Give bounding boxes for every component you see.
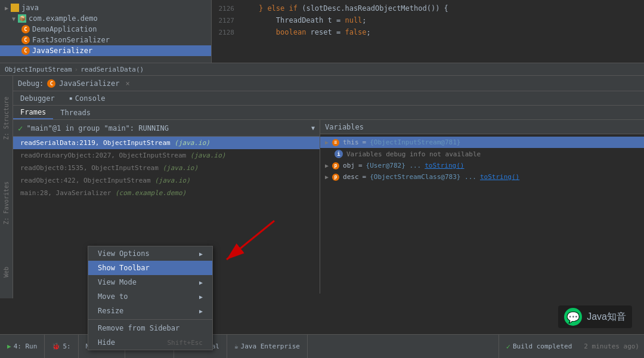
- java-icon-fast: C: [21, 36, 30, 44]
- line-num-2: 2127: [212, 17, 242, 24]
- tab-run[interactable]: ▶ 4: Run: [0, 335, 45, 358]
- sidebar-tab-favorites[interactable]: Z: Favorites: [3, 179, 10, 227]
- code-line-5: [212, 50, 644, 62]
- ctx-remove-sidebar-label: Remove from Sidebar: [98, 324, 179, 332]
- thread-selector[interactable]: ✓ "main"@1 in group "main": RUNNING ▼: [13, 120, 320, 137]
- code-area: 2126 } else if (slotDesc.hasReadObjectMe…: [212, 0, 644, 63]
- build-status: ✓ Build completed: [499, 335, 580, 358]
- ctx-show-toolbar[interactable]: Show Toolbar: [88, 261, 212, 275]
- frame-item-2[interactable]: readObject0:1535, ObjectInputStream (jav…: [13, 162, 320, 174]
- ctx-view-options[interactable]: View Options ▶: [88, 246, 212, 261]
- thread-check-icon: ✓: [18, 124, 23, 133]
- tree-java[interactable]: ▶ java: [0, 2, 211, 13]
- var-eq-this: =: [363, 138, 367, 146]
- frame-italic-4: (com.example.demo): [115, 189, 186, 197]
- ctx-hide[interactable]: Hide Shift+Esc: [88, 335, 212, 350]
- minutes-info: 2 minutes ago): [579, 342, 644, 350]
- sub-tab-threads[interactable]: Threads: [53, 106, 98, 119]
- tree-java-serializer[interactable]: C JavaSerializer: [0, 45, 211, 56]
- frame-italic-1: (java.io): [190, 152, 226, 159]
- debug-file-icon: C: [47, 79, 55, 88]
- debug-close[interactable]: ×: [126, 79, 130, 88]
- ctx-sep-1: [88, 319, 212, 320]
- ctx-view-options-arrow: ▶: [199, 251, 203, 257]
- var-item-desc[interactable]: ▶ p desc = {ObjectStreamClass@783} ... t…: [320, 171, 644, 183]
- frame-item-1[interactable]: readOrdinaryObject:2027, ObjectInputStre…: [13, 149, 320, 162]
- run-icon: ▶: [7, 342, 11, 350]
- tree-demo-app[interactable]: C DemoApplication: [0, 24, 211, 35]
- ctx-remove-sidebar[interactable]: Remove from Sidebar: [88, 321, 212, 335]
- build-check-icon: ✓: [506, 342, 510, 351]
- var-item-info: i Variables debug info not available: [320, 148, 644, 160]
- thread-dropdown-icon[interactable]: ▼: [311, 125, 315, 131]
- ctx-view-mode-label: View Mode: [98, 278, 137, 286]
- line-content-2: ThreadDeath t = null;: [242, 16, 367, 24]
- debug-tabs: Debugger ▪ Console: [13, 91, 644, 106]
- var-name-this: this: [343, 138, 359, 146]
- build-status-label: Build completed: [513, 342, 572, 350]
- watermark-text: Java知音: [587, 311, 626, 323]
- sub-tab-threads-label: Threads: [60, 109, 91, 117]
- tree-fast-json[interactable]: C FastJsonSerializer: [0, 35, 211, 45]
- sub-tab-frames[interactable]: Frames: [13, 106, 53, 119]
- var-info-text: Variables debug info not available: [346, 150, 481, 158]
- frame-label-4: main:28, JavaSerializer: [20, 189, 115, 197]
- debug-icon: 🐞: [52, 342, 60, 350]
- line-num-1: 2126: [212, 5, 242, 13]
- frame-label-2: readObject0:1535, ObjectInputStream: [20, 164, 162, 172]
- var-name-desc: desc: [343, 173, 359, 181]
- variables-panel: Variables ▶ ≡ this = {ObjectInputStream@…: [320, 120, 644, 294]
- wechat-logo: 💬: [564, 308, 582, 326]
- var-arrow-desc: ▶: [325, 174, 329, 180]
- folder-icon: [11, 4, 19, 12]
- line-content-1: } else if (slotDesc.hasReadObjectMethod(…: [242, 4, 448, 13]
- var-item-obj[interactable]: ▶ p obj = {User@782} ... toString(): [320, 160, 644, 171]
- sidebar-tab-structure[interactable]: Z: Structure: [3, 94, 10, 142]
- ctx-move-to-arrow: ▶: [199, 294, 203, 300]
- frame-label-0: readSerialData:2119, ObjectInputStream: [20, 139, 174, 147]
- tree-arrow-package: ▼: [12, 16, 16, 22]
- tree-label-fast: FastJsonSerializer: [32, 36, 110, 44]
- frame-item-0[interactable]: readSerialData:2119, ObjectInputStream (…: [13, 137, 320, 149]
- variables-title: Variables: [325, 123, 364, 131]
- ctx-move-to-label: Move to: [98, 292, 128, 301]
- var-eq-desc: =: [363, 173, 367, 181]
- var-dot-this: ≡: [332, 139, 339, 146]
- java-icon-demo: C: [21, 25, 30, 33]
- frame-item-4[interactable]: main:28, JavaSerializer (com.example.dem…: [13, 187, 320, 199]
- tab-debugger[interactable]: Debugger: [13, 91, 62, 105]
- tab-enterprise[interactable]: ☕ Java Enterprise: [227, 335, 308, 358]
- debug-label: Debug:: [18, 79, 44, 88]
- variables-header: Variables: [320, 120, 644, 134]
- var-link-obj[interactable]: toString(): [425, 162, 464, 169]
- java-icon-serial: C: [21, 47, 30, 55]
- tree-label-package: com.example.demo: [29, 14, 98, 23]
- tree-package[interactable]: ▼ 📦 com.example.demo: [0, 13, 211, 24]
- sidebar-tab-web[interactable]: Web: [3, 264, 10, 280]
- ctx-resize-label: Resize: [98, 307, 123, 315]
- tab-debugger-label: Debugger: [20, 94, 55, 103]
- frame-italic-0: (java.io): [174, 139, 210, 147]
- ctx-view-mode[interactable]: View Mode ▶: [88, 275, 212, 289]
- tab-console[interactable]: ▪ Console: [62, 91, 113, 105]
- breadcrumb-item-2[interactable]: readSerialData(): [80, 66, 144, 73]
- tab-debug[interactable]: 🐞 5:: [45, 335, 78, 358]
- frame-italic-2: (java.io): [162, 164, 198, 172]
- var-link-desc[interactable]: toString(): [480, 173, 519, 181]
- code-line-4: [212, 38, 644, 50]
- code-line-2: 2127 ThreadDeath t = null;: [212, 14, 644, 26]
- var-list: ▶ ≡ this = {ObjectInputStream@781} i Var…: [320, 134, 644, 294]
- var-dot-desc: p: [332, 174, 339, 181]
- ctx-move-to[interactable]: Move to ▶: [88, 289, 212, 304]
- ctx-resize[interactable]: Resize ▶: [88, 304, 212, 318]
- var-item-this[interactable]: ▶ ≡ this = {ObjectInputStream@781}: [320, 137, 644, 148]
- var-val-desc: {ObjectStreamClass@783} ...: [370, 173, 476, 181]
- breadcrumb-item-1[interactable]: ObjectInputStream: [5, 66, 72, 73]
- sub-tabs: Frames Threads: [13, 106, 644, 120]
- frame-item-3[interactable]: readObject:422, ObjectInputStream (java.…: [13, 174, 320, 187]
- var-val-obj: {User@782} ...: [366, 162, 422, 169]
- tab-enterprise-label: Java Enterprise: [241, 342, 300, 350]
- enterprise-icon: ☕: [234, 342, 239, 350]
- sub-tab-frames-label: Frames: [20, 108, 46, 116]
- code-line-1: 2126 } else if (slotDesc.hasReadObjectMe…: [212, 2, 644, 14]
